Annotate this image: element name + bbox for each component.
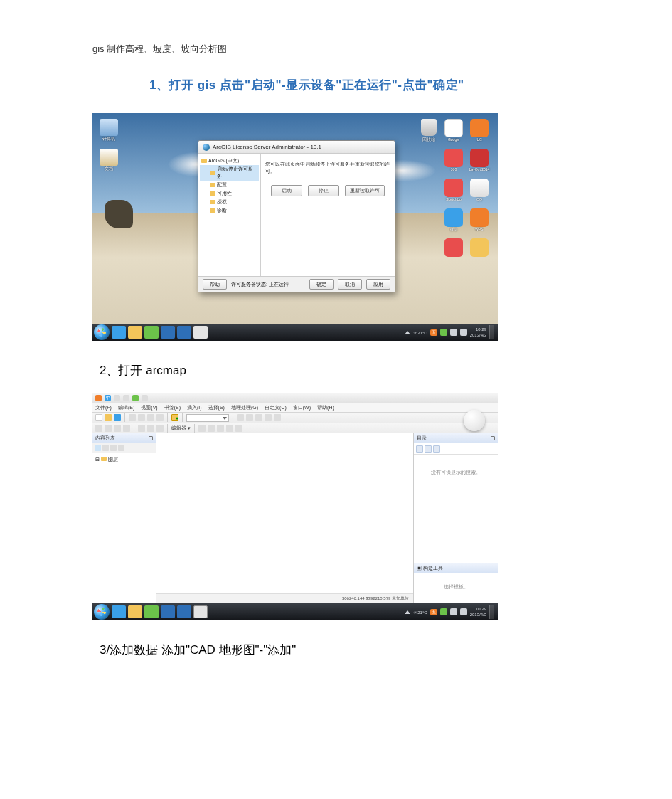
menu-insert[interactable]: 插入(I): [187, 404, 202, 411]
zoom-out-icon[interactable]: [105, 425, 112, 432]
tray-network-icon[interactable]: [460, 329, 467, 336]
save-icon[interactable]: [114, 414, 121, 421]
start-button[interactable]: [94, 604, 110, 620]
identify-icon[interactable]: [147, 425, 154, 432]
start-button[interactable]: 启动: [271, 185, 302, 196]
tray-volume-icon[interactable]: [450, 608, 457, 615]
copy-icon[interactable]: [147, 414, 154, 421]
apply-button[interactable]: 应用: [366, 279, 390, 290]
tray-icon[interactable]: [440, 329, 447, 336]
taskbar-app-icon[interactable]: [161, 326, 175, 339]
open-icon[interactable]: [105, 414, 112, 421]
floating-widget[interactable]: [464, 410, 485, 431]
taskbar-clock[interactable]: 10:29 2013/4/3: [470, 606, 486, 618]
tree-item[interactable]: 启动/停止许可服务: [200, 165, 259, 181]
desktop-icon[interactable]: LayOut 2014: [468, 149, 491, 176]
taskbar-ie-icon[interactable]: [112, 605, 126, 618]
toc-root[interactable]: ⊟ 图层: [95, 456, 153, 463]
filter-icon[interactable]: [425, 445, 432, 453]
pin-icon[interactable]: [491, 436, 495, 440]
menu-help[interactable]: 帮助(H): [317, 404, 334, 411]
print-icon[interactable]: [129, 414, 136, 421]
tray-overflow-icon[interactable]: [405, 610, 410, 614]
catalog-icon[interactable]: [246, 414, 253, 421]
ime-punct-icon[interactable]: [114, 395, 120, 401]
desktop-icon[interactable]: UC: [468, 119, 491, 146]
taskbar-word-icon[interactable]: [177, 605, 191, 618]
dialog-titlebar[interactable]: ArcGIS License Server Administrator - 10…: [198, 141, 395, 154]
search-icon[interactable]: [416, 445, 423, 453]
map-canvas[interactable]: 306246.144 3392210.579 未知单位: [156, 433, 414, 603]
toc-header[interactable]: 内容列表: [92, 433, 156, 443]
taskbar-app-icon[interactable]: [144, 326, 159, 339]
tray-overflow-icon[interactable]: [405, 331, 410, 334]
cut-icon[interactable]: [138, 414, 145, 421]
tree-item[interactable]: 配置: [200, 181, 259, 189]
tool-icon[interactable]: [217, 425, 224, 432]
menu-view[interactable]: 视图(V): [141, 404, 157, 411]
taskbar-app-icon[interactable]: [161, 605, 175, 618]
taskbar-explorer-icon[interactable]: [128, 326, 142, 339]
desktop-icon[interactable]: 文档: [98, 149, 119, 174]
show-desktop-button[interactable]: [489, 325, 494, 339]
tool-icon[interactable]: [208, 425, 215, 432]
desktop-icon[interactable]: 360: [442, 149, 465, 176]
measure-icon[interactable]: [156, 425, 164, 432]
ime-keyboard-icon[interactable]: [123, 395, 129, 401]
taskbar-app-icon[interactable]: [193, 326, 208, 339]
tree-item[interactable]: 授权: [200, 198, 259, 206]
tray-volume-icon[interactable]: [450, 329, 457, 336]
pan-icon[interactable]: [114, 425, 121, 432]
tray-network-icon[interactable]: [460, 608, 467, 615]
ok-button[interactable]: 确定: [309, 279, 334, 290]
list-by-source-icon[interactable]: [102, 445, 109, 451]
construction-header[interactable]: ▣ 构造工具: [414, 563, 498, 573]
desktop-icon[interactable]: QQ: [468, 179, 491, 206]
desktop-icon[interactable]: Google: [442, 119, 465, 146]
taskbar-word-icon[interactable]: [177, 326, 191, 339]
new-icon[interactable]: [95, 414, 102, 421]
toolbox-icon[interactable]: [265, 414, 272, 421]
tray-icon[interactable]: [440, 608, 447, 615]
taskbar-clock[interactable]: 10:29 2013/4/3: [470, 327, 486, 338]
menu-bookmark[interactable]: 书签(B): [164, 404, 181, 411]
pin-icon[interactable]: [149, 436, 153, 440]
search-icon[interactable]: [255, 414, 262, 421]
catalog-header[interactable]: 目录: [414, 433, 498, 443]
desktop-icon[interactable]: [468, 238, 491, 265]
ime-zh-icon[interactable]: 中: [105, 395, 111, 401]
list-by-visibility-icon[interactable]: [110, 445, 117, 451]
ime-menu-icon[interactable]: [142, 395, 148, 401]
tree-root[interactable]: ArcGIS (中文): [200, 157, 259, 165]
list-by-drawing-icon[interactable]: [95, 445, 101, 451]
menu-window[interactable]: 窗口(W): [293, 404, 311, 411]
start-button[interactable]: [94, 324, 110, 340]
show-desktop-button[interactable]: [489, 605, 494, 619]
taskbar-app-icon[interactable]: [144, 605, 159, 618]
editor-icon[interactable]: [237, 414, 244, 421]
stop-button[interactable]: 停止: [308, 185, 339, 196]
menu-file[interactable]: 文件(F): [95, 404, 112, 411]
ime-indicator[interactable]: 五: [430, 609, 437, 615]
tool-icon[interactable]: [235, 425, 242, 432]
taskbar-ie-icon[interactable]: [112, 326, 126, 339]
tool-icon[interactable]: [226, 425, 233, 432]
menu-customize[interactable]: 自定义(C): [265, 404, 287, 411]
full-extent-icon[interactable]: [123, 425, 130, 432]
python-icon[interactable]: [274, 414, 281, 421]
tree-item[interactable]: 诊断: [200, 206, 259, 215]
scale-dropdown[interactable]: [186, 414, 229, 422]
menu-edit[interactable]: 编辑(E): [118, 404, 134, 411]
select-icon[interactable]: [138, 425, 145, 432]
help-button[interactable]: 帮助: [203, 279, 227, 290]
desktop-icon[interactable]: 微信: [442, 208, 465, 236]
editor-dropdown[interactable]: 编辑器 ▾: [171, 425, 191, 432]
sogou-icon[interactable]: [95, 395, 102, 401]
ime-skin-icon[interactable]: [132, 395, 139, 401]
desktop-icon[interactable]: [442, 238, 465, 265]
zoom-in-icon[interactable]: [95, 425, 102, 432]
desktop-icon[interactable]: WPS: [468, 208, 491, 236]
menu-select[interactable]: 选择(S): [208, 404, 225, 411]
cancel-button[interactable]: 取消: [338, 279, 362, 290]
list-by-selection-icon[interactable]: [118, 445, 124, 451]
